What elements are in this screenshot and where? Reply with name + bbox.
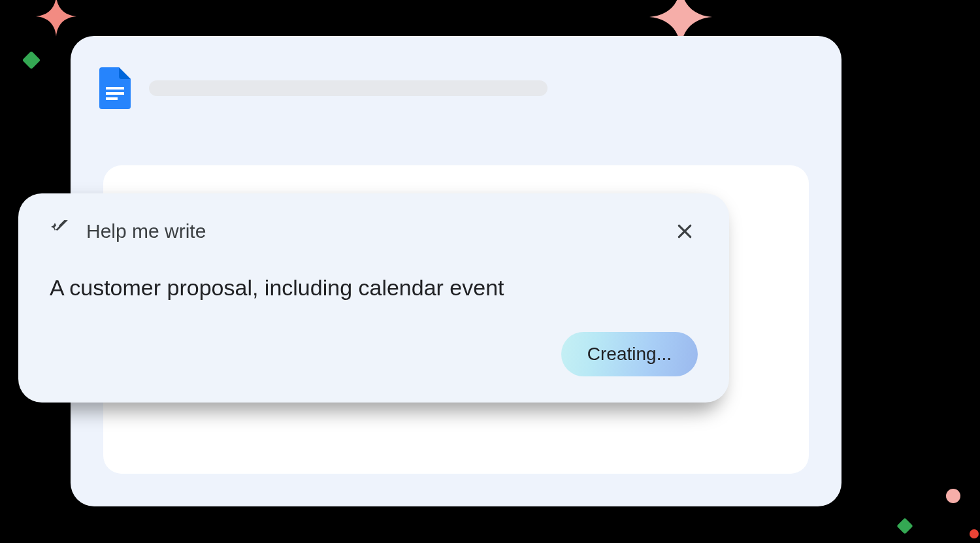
title-placeholder [149, 80, 547, 96]
dot-icon [970, 529, 979, 538]
google-docs-icon [99, 67, 131, 109]
app-header [71, 36, 841, 109]
diamond-icon [22, 51, 41, 69]
svg-rect-1 [106, 92, 124, 95]
creating-status-button: Creating... [561, 332, 698, 376]
close-button[interactable] [672, 218, 698, 244]
card-title: Help me write [86, 220, 657, 242]
dot-icon [946, 489, 960, 503]
close-icon [676, 223, 693, 240]
card-footer: Creating... [50, 332, 698, 376]
diamond-icon [896, 518, 913, 534]
sparkle-icon [36, 0, 76, 37]
magic-wand-icon [50, 220, 72, 242]
help-me-write-card: Help me write A customer proposal, inclu… [18, 193, 729, 403]
card-header: Help me write [50, 218, 698, 244]
prompt-input-text[interactable]: A customer proposal, including calendar … [50, 273, 698, 302]
svg-rect-2 [106, 97, 118, 100]
svg-rect-0 [106, 87, 124, 90]
